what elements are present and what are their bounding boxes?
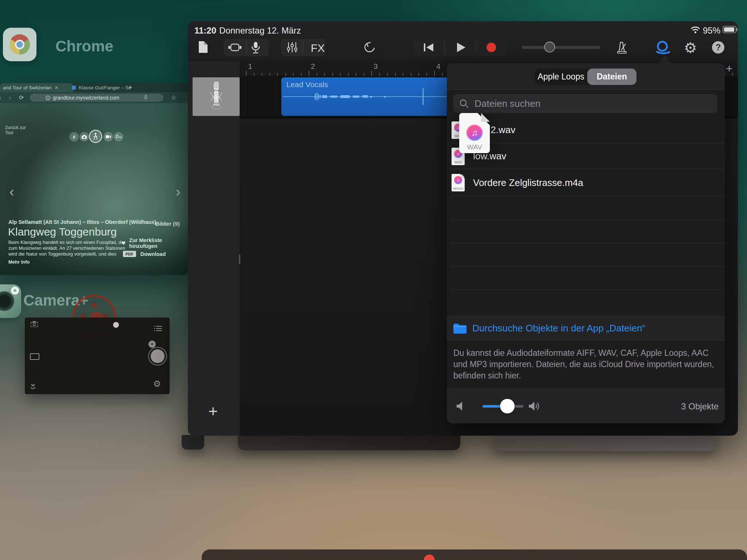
empty-row-separator xyxy=(452,266,725,267)
tab-dateien[interactable]: Dateien xyxy=(587,69,636,85)
hashtag-filter-icon[interactable]: # xyxy=(69,132,79,141)
add-track-button[interactable]: + xyxy=(205,404,221,420)
record-icon[interactable] xyxy=(487,43,496,52)
track-header-column xyxy=(188,61,240,436)
browse-files-app-row[interactable]: Durchsuche Objekte in der App „Dateien“ xyxy=(447,316,725,340)
info-icon xyxy=(46,96,50,100)
flip-camera-icon[interactable] xyxy=(31,321,38,327)
speaker-low-icon[interactable] xyxy=(456,401,464,411)
slider-knob[interactable] xyxy=(544,42,555,52)
bookmark-star-icon[interactable]: ☆ xyxy=(171,92,176,103)
wishlist-button[interactable]: ♥ Zur Merkliste hinzufügen xyxy=(122,237,188,249)
back-to-tour-link[interactable]: Zurück zur Tour xyxy=(5,125,31,135)
folder-icon xyxy=(453,323,467,334)
file-type-badge: WAV xyxy=(459,143,490,151)
empty-row-separator xyxy=(452,219,725,220)
undo-icon[interactable] xyxy=(363,41,376,54)
loop-browser-icon[interactable] xyxy=(655,41,671,55)
browse-files-link[interactable]: Durchsuche Objekte in der App „Dateien“ xyxy=(472,317,645,340)
battery-percent: 95% xyxy=(703,26,720,36)
volume-knob[interactable] xyxy=(500,399,515,413)
status-date: Donnerstag 12. März xyxy=(219,26,301,36)
studio-microphone-icon xyxy=(208,80,224,113)
ruler-measure-number: 1 xyxy=(248,62,252,71)
focus-dot-icon[interactable] xyxy=(113,322,119,328)
play-icon[interactable] xyxy=(457,43,465,52)
search-icon xyxy=(459,99,469,109)
audio-recorder-track-header[interactable] xyxy=(193,77,240,116)
garageband-window: 11:20 Donnerstag 12. März 95% xyxy=(188,21,738,436)
add-section-button[interactable]: + xyxy=(723,62,735,75)
chrome-app-icon[interactable] xyxy=(3,28,36,61)
empty-row-separator xyxy=(452,289,725,290)
background-card-edge xyxy=(238,435,460,450)
plus-badge-icon: + xyxy=(11,287,19,295)
bottom-window-card xyxy=(202,549,747,560)
cameraplus-app-icon[interactable]: + xyxy=(0,284,21,318)
tab-close-icon[interactable]: ✕ xyxy=(54,85,58,90)
song-settings-gear-icon[interactable]: ⚙ xyxy=(684,39,697,56)
tab-favicon xyxy=(72,86,76,90)
mixer-sliders-icon[interactable] xyxy=(287,42,297,52)
file-row[interactable]: ♫MPEG4 Vordere Zelglistrasse.m4a xyxy=(447,169,725,196)
dpad-up-icon[interactable] xyxy=(90,302,98,307)
mixer-fx-segmented-control: FX xyxy=(281,39,325,56)
hotel-filter-icon[interactable] xyxy=(114,132,123,141)
menu-list-icon[interactable] xyxy=(154,326,162,331)
url-bar[interactable]: grandtour.myswitzerland.com xyxy=(30,94,163,102)
metronome-icon[interactable] xyxy=(615,41,628,54)
waveform xyxy=(281,77,453,116)
tab-grand-tour[interactable]: and Tour of Switzerlan ✕ xyxy=(0,83,73,92)
file-name: 2.wav xyxy=(491,124,515,136)
pdf-download-button[interactable]: PDF Download xyxy=(123,251,166,257)
popover-header: Apple Loops Dateien xyxy=(447,63,725,90)
tab-klasse[interactable]: Klasse Gut/Fanger – Schu ✕ xyxy=(69,83,130,92)
forward-icon[interactable]: › xyxy=(9,92,11,103)
webpage-content: Zurück zur Tour # ‹ › Bilder (9) Alp Sel… xyxy=(0,103,188,275)
scroll-indicator[interactable] xyxy=(239,254,240,264)
popover-footer: 3 Objekte xyxy=(447,389,725,423)
reload-icon[interactable]: ⟳ xyxy=(19,92,24,103)
audio-region-lead-vocals[interactable]: Lead Vocals xyxy=(281,77,453,116)
shutter-button[interactable] xyxy=(148,347,167,366)
back-icon[interactable]: ‹ xyxy=(0,92,1,103)
macro-flower-icon[interactable] xyxy=(30,383,36,389)
microphone-view-icon[interactable] xyxy=(251,42,260,54)
master-volume-slider[interactable] xyxy=(522,46,600,49)
background-card-edge xyxy=(493,435,716,451)
import-hint-text: Du kannst die Audiodateiformate AIFF, WA… xyxy=(453,347,717,381)
voice-search-mic-icon[interactable] xyxy=(144,95,148,101)
rewind-to-start-icon[interactable] xyxy=(424,43,433,52)
aspect-ratio-icon[interactable] xyxy=(30,353,39,360)
search-field[interactable]: Dateien suchen xyxy=(453,94,717,113)
tab-apple-loops[interactable]: Apple Loops xyxy=(535,69,587,85)
transport-controls xyxy=(413,39,507,56)
fx-button[interactable]: FX xyxy=(311,42,325,54)
source-segmented-control: Apple Loops Dateien xyxy=(535,69,636,85)
m4a-file-icon: ♫MPEG4 xyxy=(452,174,465,191)
hiking-filter-icon[interactable] xyxy=(89,130,102,143)
ruler-measure-number: 2 xyxy=(311,62,315,71)
pdf-badge: PDF xyxy=(123,251,136,257)
chrome-window-card[interactable]: and Tour of Switzerlan ✕ Klasse Gut/Fang… xyxy=(0,83,188,275)
heart-plus-icon: ♥ xyxy=(122,240,125,247)
video-filter-icon[interactable] xyxy=(104,132,113,141)
track-view-icon[interactable] xyxy=(228,43,241,51)
new-tab-button[interactable]: + xyxy=(128,83,132,92)
more-info-link[interactable]: Mehr Info xyxy=(8,259,30,265)
document-icon[interactable] xyxy=(198,40,209,54)
route-breadcrumb: Alp Sellamatt (Alt St Johann) – Iltios –… xyxy=(8,219,156,225)
help-button[interactable]: ? xyxy=(712,41,724,54)
ruler-measure-number: 4 xyxy=(436,62,441,71)
speaker-loud-icon[interactable] xyxy=(529,401,541,411)
dragged-file-ghost[interactable]: ♫ WAV xyxy=(459,113,490,153)
carousel-prev-icon[interactable]: ‹ xyxy=(9,184,14,200)
cameraplus-window-card[interactable]: + ⚙ xyxy=(25,318,170,394)
page-title: Klangweg Toggenburg xyxy=(8,226,117,238)
settings-gear-icon[interactable]: ⚙ xyxy=(153,379,161,389)
images-count-badge[interactable]: Bilder (9) xyxy=(155,221,180,227)
items-count: 3 Objekte xyxy=(681,389,719,423)
page-body-text: Beim Klangweg handelt es sich um einen F… xyxy=(8,240,125,257)
carousel-next-icon[interactable]: › xyxy=(176,184,181,200)
camera-filter-icon[interactable] xyxy=(80,132,89,141)
